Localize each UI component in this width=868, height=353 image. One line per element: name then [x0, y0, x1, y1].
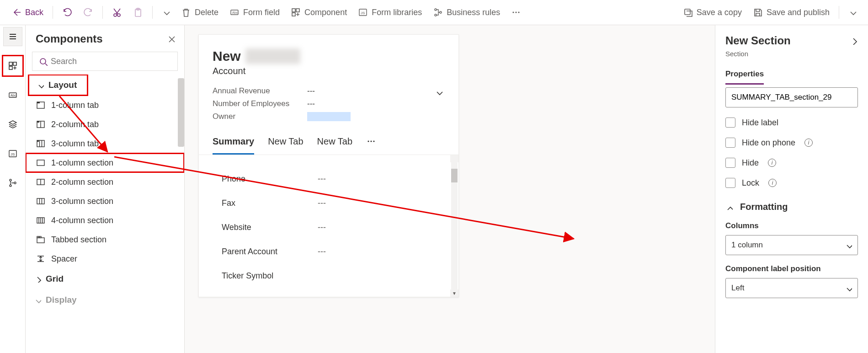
save-publish-button[interactable]: Save and publish: [748, 5, 834, 20]
item-label: 2-column tab: [51, 120, 99, 129]
props-tab-properties[interactable]: Properties: [725, 64, 764, 85]
rail-components-icon[interactable]: [3, 56, 22, 75]
layout-label: Layout: [48, 80, 77, 90]
layout-item-4col-section[interactable]: 4-column section: [26, 211, 184, 230]
formatting-label: Formatting: [740, 202, 788, 212]
form-card[interactable]: New Account Account Annual Revenue--- Nu…: [198, 34, 459, 297]
rail-tree-icon[interactable]: [3, 173, 22, 193]
back-label: Back: [25, 8, 43, 17]
toolbar-chevron[interactable]: [157, 5, 175, 19]
save-copy-button[interactable]: Save a copy: [678, 5, 746, 20]
lock-checkbox[interactable]: [725, 178, 735, 188]
hide-label-checkbox[interactable]: [725, 118, 735, 128]
hide-phone-checkbox[interactable]: [725, 138, 735, 148]
info-icon[interactable]: i: [804, 139, 813, 147]
layout-item-3col-section[interactable]: 3-column section: [26, 192, 184, 211]
layout-item-2col-section[interactable]: 2-column section: [26, 172, 184, 192]
form-title-redacted: Account: [245, 48, 300, 64]
item-label: 3-column section: [51, 197, 113, 206]
clp-select[interactable]: Left: [725, 278, 858, 298]
item-label: 3-column tab: [51, 139, 99, 149]
rail-layers-icon[interactable]: [3, 115, 22, 134]
rail-fields-icon[interactable]: [3, 86, 22, 105]
properties-panel: New Section Section Properties Hide labe…: [715, 25, 868, 353]
item-label: Spacer: [51, 254, 77, 264]
hdr-field-label: Owner: [213, 112, 297, 123]
redo-button[interactable]: [79, 5, 98, 20]
delete-label: Delete: [195, 8, 218, 17]
tab-summary[interactable]: Summary: [213, 136, 254, 155]
layout-item-1col-tab[interactable]: 1-column tab: [26, 96, 184, 115]
body-value[interactable]: ---: [318, 247, 326, 257]
hide-text: Hide: [742, 158, 759, 168]
hdr-field-label: Annual Revenue: [213, 86, 297, 96]
tab-new-1[interactable]: New Tab: [268, 136, 303, 155]
item-label: 1-column tab: [51, 101, 99, 110]
paste-button[interactable]: [128, 5, 148, 20]
top-toolbar: Back Delete Form field Component Form li…: [0, 0, 868, 25]
form-title: New Account: [213, 48, 445, 64]
form-libraries-button[interactable]: Form libraries: [353, 5, 426, 20]
toolbar-overflow[interactable]: [506, 5, 526, 20]
display-label: Display: [46, 295, 77, 305]
info-icon[interactable]: i: [768, 159, 776, 167]
display-group-header[interactable]: Display: [26, 289, 184, 310]
scroll-down-icon[interactable]: ▼: [450, 289, 458, 297]
clp-value: Left: [731, 283, 744, 293]
body-value[interactable]: ---: [318, 174, 326, 184]
rail-js-icon[interactable]: [3, 144, 22, 163]
body-scrollbar[interactable]: ▲ ▼: [450, 155, 458, 297]
save-publish-chevron[interactable]: [844, 5, 861, 19]
form-entity: Account: [213, 66, 445, 76]
body-label: Ticker Symbol: [222, 271, 318, 281]
hide-checkbox[interactable]: [725, 158, 735, 168]
back-button[interactable]: Back: [7, 5, 48, 20]
close-icon[interactable]: [167, 34, 176, 43]
tab-overflow-icon[interactable]: [366, 136, 376, 155]
component-label: Component: [304, 8, 347, 17]
body-label: Parent Account: [222, 247, 318, 257]
form-field-button[interactable]: Form field: [225, 5, 284, 20]
layout-item-1col-section[interactable]: 1-column section: [26, 153, 184, 172]
layout-group-header[interactable]: Layout: [28, 75, 88, 96]
props-subtitle: Section: [725, 50, 858, 58]
hide-label-text: Hide label: [742, 118, 778, 128]
body-label: Phone: [222, 174, 318, 184]
layout-item-spacer[interactable]: Spacer: [26, 249, 184, 268]
tab-new-2[interactable]: New Tab: [317, 136, 352, 155]
section-name-input[interactable]: [725, 87, 858, 107]
body-value[interactable]: ---: [318, 223, 326, 232]
item-label: 1-column section: [51, 158, 113, 168]
formatting-header[interactable]: Formatting: [725, 202, 858, 212]
search-input[interactable]: [32, 52, 178, 71]
components-panel: Components Layout 1-column tab 2-column …: [26, 25, 185, 353]
left-rail: [0, 25, 26, 353]
expand-icon[interactable]: [850, 37, 858, 45]
undo-button[interactable]: [58, 5, 77, 20]
columns-select[interactable]: 1 column: [725, 235, 858, 255]
layout-item-2col-tab[interactable]: 2-column tab: [26, 115, 184, 134]
components-title: Components: [36, 32, 103, 45]
rail-hamburger-icon[interactable]: [3, 27, 22, 46]
business-rules-label: Business rules: [447, 8, 500, 17]
cut-button[interactable]: [107, 5, 127, 20]
layout-item-tabbed-section[interactable]: Tabbed section: [26, 230, 184, 249]
save-copy-label: Save a copy: [697, 8, 742, 17]
header-chevron-icon[interactable]: [435, 88, 445, 98]
form-tabs: Summary New Tab New Tab: [199, 125, 458, 155]
layout-item-3col-tab[interactable]: 3-column tab: [26, 134, 184, 153]
business-rules-button[interactable]: Business rules: [428, 5, 505, 20]
body-label: Website: [222, 223, 318, 232]
tree-scrollbar[interactable]: [178, 78, 184, 147]
component-button[interactable]: Component: [286, 5, 351, 20]
delete-button[interactable]: Delete: [176, 5, 223, 20]
body-value[interactable]: ---: [318, 198, 326, 208]
grid-group-header[interactable]: Grid: [26, 268, 184, 289]
hdr-field-label: Number of Employees: [213, 99, 297, 108]
search-icon: [38, 57, 48, 66]
columns-label: Columns: [725, 221, 858, 230]
info-icon[interactable]: i: [768, 179, 777, 187]
body-label: Fax: [222, 198, 318, 208]
form-body: Phone--- Fax--- Website--- Parent Accoun…: [199, 155, 458, 297]
hide-phone-text: Hide on phone: [742, 138, 795, 148]
